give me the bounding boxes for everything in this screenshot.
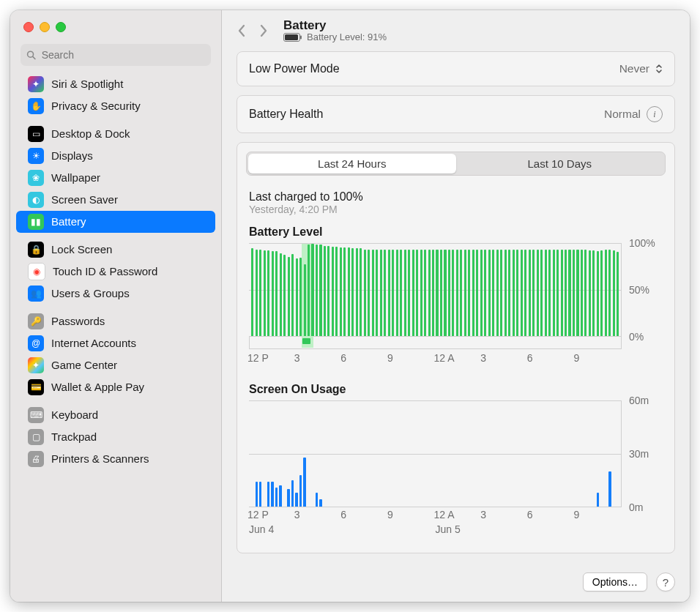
search-icon — [26, 50, 36, 60]
sidebar-item-privacy-security[interactable]: ✋Privacy & Security — [16, 95, 215, 117]
sidebar-item-label: Wallpaper — [51, 167, 100, 189]
sidebar-item-lock-screen[interactable]: 🔒Lock Screen — [16, 239, 215, 261]
sidebar-item-label: Lock Screen — [51, 239, 112, 261]
siri-icon: ✦ — [28, 76, 44, 92]
sidebar-item-label: Game Center — [51, 354, 117, 376]
sidebar-item-displays[interactable]: ☀Displays — [16, 145, 215, 167]
sidebar-item-wallpaper[interactable]: ❀Wallpaper — [16, 167, 215, 189]
main-pane: Battery Battery Level: 91% Low Power Mod… — [222, 10, 690, 602]
battery-icon: ▮▮ — [28, 214, 44, 230]
sidebar-item-label: Siri & Spotlight — [51, 73, 123, 95]
svg-rect-4 — [300, 36, 302, 40]
low-power-mode-row: Low Power Mode Never — [237, 51, 675, 86]
usage-history-card: Last 24 Hours Last 10 Days Last charged … — [237, 142, 675, 553]
time-range-segmented: Last 24 Hours Last 10 Days — [246, 152, 666, 176]
touchid-icon: ◉ — [28, 263, 45, 280]
sidebar: ✦Siri & Spotlight✋Privacy & Security▭Des… — [10, 10, 222, 602]
lock-icon: 🔒 — [28, 242, 44, 258]
battery-health-value: Normal — [604, 108, 641, 121]
help-button[interactable]: ? — [656, 572, 675, 592]
info-icon[interactable]: i — [647, 106, 663, 122]
footer: Options… ? — [222, 568, 690, 602]
battery-health-label: Battery Health — [249, 108, 323, 121]
window-minimize-button[interactable] — [40, 22, 50, 32]
sidebar-item-label: Screen Saver — [51, 189, 118, 211]
options-button[interactable]: Options… — [583, 572, 647, 592]
gamecenter-icon: ✦ — [28, 357, 44, 373]
keyboard-icon: ⌨ — [28, 407, 44, 423]
at-icon: @ — [28, 335, 44, 351]
sidebar-item-label: Printers & Scanners — [51, 448, 149, 470]
sidebar-item-printers-scanners[interactable]: 🖨Printers & Scanners — [16, 448, 215, 470]
sidebar-item-label: Touch ID & Password — [53, 261, 157, 283]
sidebar-item-label: Users & Groups — [51, 283, 130, 305]
sidebar-item-game-center[interactable]: ✦Game Center — [16, 354, 215, 376]
window-controls — [10, 10, 221, 44]
low-power-mode-label: Low Power Mode — [249, 62, 340, 75]
window-zoom-button[interactable] — [56, 22, 66, 32]
flower-icon: ❀ — [28, 170, 44, 186]
sidebar-item-label: Trackpad — [51, 426, 97, 448]
sidebar-item-screen-saver[interactable]: ◐Screen Saver — [16, 189, 215, 211]
sidebar-nav: ✦Siri & Spotlight✋Privacy & Security▭Des… — [10, 70, 221, 602]
users-icon: 👥 — [28, 286, 44, 302]
hand-icon: ✋ — [28, 98, 44, 114]
svg-line-1 — [33, 56, 35, 59]
tab-last-24-hours[interactable]: Last 24 Hours — [248, 154, 456, 173]
battery-level-chart: Battery Level 100%50%0% — [249, 225, 663, 368]
sidebar-item-wallet-apple-pay[interactable]: 💳Wallet & Apple Pay — [16, 376, 215, 398]
screensaver-icon: ◐ — [28, 192, 44, 208]
battery-icon — [283, 33, 302, 42]
battery-health-row: Battery Health Normal i — [237, 95, 675, 133]
sidebar-item-siri-spotlight[interactable]: ✦Siri & Spotlight — [16, 73, 215, 95]
sidebar-item-label: Battery — [51, 211, 86, 233]
printer-icon: 🖨 — [28, 451, 44, 467]
sidebar-item-touch-id-password[interactable]: ◉Touch ID & Password — [16, 261, 215, 283]
last-charged-info: Last charged to 100% Yesterday, 4:20 PM — [249, 190, 663, 215]
svg-rect-3 — [285, 34, 298, 40]
trackpad-icon: ▢ — [28, 429, 44, 445]
page-title: Battery — [283, 19, 387, 33]
sidebar-item-internet-accounts[interactable]: @Internet Accounts — [16, 332, 215, 354]
chevron-updown-icon — [655, 64, 663, 74]
window-close-button[interactable] — [23, 22, 34, 32]
sun-icon: ☀ — [28, 148, 44, 164]
sidebar-item-battery[interactable]: ▮▮Battery — [16, 211, 215, 233]
search-input[interactable] — [40, 48, 205, 61]
sidebar-item-keyboard[interactable]: ⌨Keyboard — [16, 404, 215, 426]
sidebar-item-passwords[interactable]: 🔑Passwords — [16, 310, 215, 332]
sidebar-item-users-groups[interactable]: 👥Users & Groups — [16, 283, 215, 305]
sidebar-item-label: Privacy & Security — [51, 95, 141, 117]
page-subtitle: Battery Level: 91% — [307, 32, 387, 42]
wallet-icon: 💳 — [28, 379, 44, 395]
sidebar-item-label: Passwords — [51, 310, 105, 332]
dock-icon: ▭ — [28, 126, 44, 142]
search-field[interactable] — [21, 44, 211, 66]
sidebar-item-label: Internet Accounts — [51, 332, 136, 354]
sidebar-item-label: Displays — [51, 145, 93, 167]
sidebar-item-label: Desktop & Dock — [51, 123, 130, 145]
tab-last-10-days[interactable]: Last 10 Days — [456, 154, 664, 173]
screen-on-usage-chart: Screen On Usage 60m30m0m 12 P36912 A369 — [249, 383, 663, 538]
sidebar-item-label: Keyboard — [51, 404, 98, 426]
back-button[interactable] — [237, 24, 247, 37]
sidebar-item-desktop-dock[interactable]: ▭Desktop & Dock — [16, 123, 215, 145]
sidebar-item-label: Wallet & Apple Pay — [51, 376, 144, 398]
settings-window: ✦Siri & Spotlight✋Privacy & Security▭Des… — [10, 10, 690, 602]
forward-button[interactable] — [258, 24, 269, 37]
low-power-mode-popup[interactable]: Never — [619, 62, 663, 75]
sidebar-item-trackpad[interactable]: ▢Trackpad — [16, 426, 215, 448]
header: Battery Battery Level: 91% — [222, 10, 690, 51]
key-icon: 🔑 — [28, 313, 44, 329]
